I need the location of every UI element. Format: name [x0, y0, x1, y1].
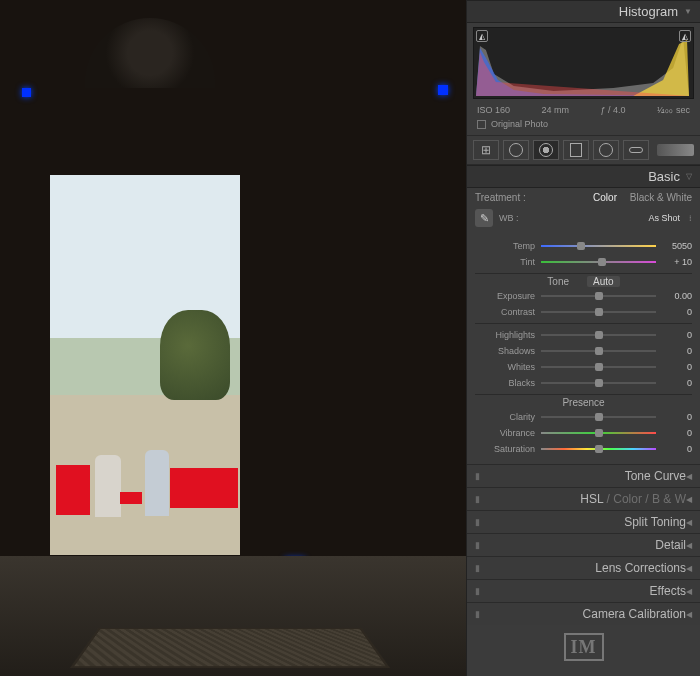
shadow-clipping-toggle[interactable]: ◭ — [476, 30, 488, 42]
meta-iso: ISO 160 — [477, 105, 510, 115]
detail-label: Detail — [483, 538, 686, 552]
auto-tone-button[interactable]: Auto — [587, 276, 620, 287]
camera-calibration-panel[interactable]: ▮Camera Calibration◀ — [467, 602, 700, 625]
blacks-slider[interactable] — [541, 382, 656, 384]
split-toning-label: Split Toning — [483, 515, 686, 529]
camera-calibration-label: Camera Calibration — [483, 607, 686, 621]
clipping-highlight-red — [120, 492, 142, 504]
preview-trees — [160, 310, 230, 400]
adjustment-brush-tool[interactable] — [623, 140, 649, 160]
tool-amount-slider[interactable] — [657, 144, 694, 156]
original-photo-toggle[interactable]: Original Photo — [467, 117, 700, 135]
effects-panel[interactable]: ▮Effects◀ — [467, 579, 700, 602]
panel-switch-icon: ▮ — [475, 494, 483, 504]
clarity-value[interactable]: 0 — [662, 412, 692, 422]
expand-icon: ◀ — [686, 518, 692, 527]
whites-label: Whites — [475, 362, 535, 372]
treatment-label: Treatment : — [475, 192, 526, 203]
expand-icon: ◀ — [686, 472, 692, 481]
original-photo-label: Original Photo — [491, 119, 548, 129]
treatment-bw[interactable]: Black & White — [630, 192, 692, 203]
lens-corrections-panel[interactable]: ▮Lens Corrections◀ — [467, 556, 700, 579]
expand-icon: ◀ — [686, 495, 692, 504]
white-balance-row: ✎ WB : As Shot ⁞ — [467, 207, 700, 233]
exposure-value[interactable]: 0.00 — [662, 291, 692, 301]
tone-curve-label: Tone Curve — [483, 469, 686, 483]
basic-header[interactable]: Basic ▽ — [467, 165, 700, 188]
contrast-label: Contrast — [475, 307, 535, 317]
saturation-slider[interactable] — [541, 448, 656, 450]
panel-switch-icon: ▮ — [475, 540, 483, 550]
vibrance-value[interactable]: 0 — [662, 428, 692, 438]
checkbox-icon — [477, 120, 486, 129]
tint-slider[interactable] — [541, 261, 656, 263]
contrast-slider[interactable] — [541, 311, 656, 313]
shadows-value[interactable]: 0 — [662, 346, 692, 356]
highlights-value[interactable]: 0 — [662, 330, 692, 340]
tone-label: Tone — [547, 276, 569, 287]
preview-rug — [70, 628, 390, 668]
highlights-slider[interactable] — [541, 334, 656, 336]
contrast-value[interactable]: 0 — [662, 307, 692, 317]
clarity-slider[interactable] — [541, 416, 656, 418]
whites-value[interactable]: 0 — [662, 362, 692, 372]
panel-switch-icon: ▮ — [475, 563, 483, 573]
dropdown-icon: ⁞ — [689, 214, 692, 223]
histogram-header[interactable]: Histogram ▼ — [467, 0, 700, 23]
tone-curve-panel[interactable]: ▮Tone Curve◀ — [467, 464, 700, 487]
temp-label: Temp — [475, 241, 535, 251]
shadows-slider[interactable] — [541, 350, 656, 352]
panel-switch-icon: ▮ — [475, 517, 483, 527]
blacks-value[interactable]: 0 — [662, 378, 692, 388]
saturation-label: Saturation — [475, 444, 535, 454]
temp-row: Temp 5050 — [475, 239, 692, 253]
collapse-icon: ▼ — [684, 7, 692, 16]
tint-value[interactable]: + 10 — [662, 257, 692, 267]
effects-label: Effects — [483, 584, 686, 598]
histogram-graph — [474, 28, 693, 98]
clipping-shadow-blue — [438, 85, 448, 95]
vibrance-slider[interactable] — [541, 432, 656, 434]
collapse-icon: ▽ — [686, 172, 692, 181]
detail-panel[interactable]: ▮Detail◀ — [467, 533, 700, 556]
clipping-shadow-blue — [22, 88, 31, 97]
tint-row: Tint + 10 — [475, 255, 692, 269]
highlight-clipping-toggle[interactable]: ◭ — [679, 30, 691, 42]
temp-value[interactable]: 5050 — [662, 241, 692, 251]
expand-icon: ◀ — [686, 541, 692, 550]
wb-preset-dropdown[interactable]: As Shot — [648, 213, 680, 223]
presence-label: Presence — [562, 397, 604, 408]
lens-corrections-label: Lens Corrections — [483, 561, 686, 575]
clipping-highlight-red — [170, 468, 238, 508]
meta-focal: 24 mm — [542, 105, 570, 115]
treatment-row: Treatment : Color Black & White — [467, 188, 700, 207]
graduated-filter-tool[interactable] — [563, 140, 589, 160]
clipping-highlight-red — [56, 465, 90, 515]
expand-icon: ◀ — [686, 610, 692, 619]
panel-switch-icon: ▮ — [475, 609, 483, 619]
split-toning-panel[interactable]: ▮Split Toning◀ — [467, 510, 700, 533]
histogram-title: Histogram — [619, 4, 678, 19]
exposure-slider[interactable] — [541, 295, 656, 297]
temp-slider[interactable] — [541, 245, 656, 247]
crop-tool[interactable]: ⊞ — [473, 140, 499, 160]
saturation-value[interactable]: 0 — [662, 444, 692, 454]
hsl-panel[interactable]: ▮HSL / Color / B & W◀ — [467, 487, 700, 510]
hsl-label: HSL / Color / B & W — [483, 492, 686, 506]
image-preview[interactable] — [0, 0, 466, 676]
redeye-tool[interactable] — [533, 140, 559, 160]
tool-strip: ⊞ — [467, 135, 700, 165]
preview-person-1 — [95, 455, 121, 517]
develop-panel: Histogram ▼ ◭ ◭ ISO 160 24 mm ƒ / 4.0 ¹⁄… — [466, 0, 700, 676]
exposure-label: Exposure — [475, 291, 535, 301]
meta-shutter: ¹⁄₄₀₀ sec — [657, 105, 690, 115]
spot-removal-tool[interactable] — [503, 140, 529, 160]
shadows-label: Shadows — [475, 346, 535, 356]
treatment-color[interactable]: Color — [593, 192, 617, 203]
whites-slider[interactable] — [541, 366, 656, 368]
radial-filter-tool[interactable] — [593, 140, 619, 160]
preview-person-2 — [145, 450, 169, 516]
wb-eyedropper-tool[interactable]: ✎ — [475, 209, 493, 227]
histogram[interactable]: ◭ ◭ — [473, 27, 694, 99]
expand-icon: ◀ — [686, 587, 692, 596]
